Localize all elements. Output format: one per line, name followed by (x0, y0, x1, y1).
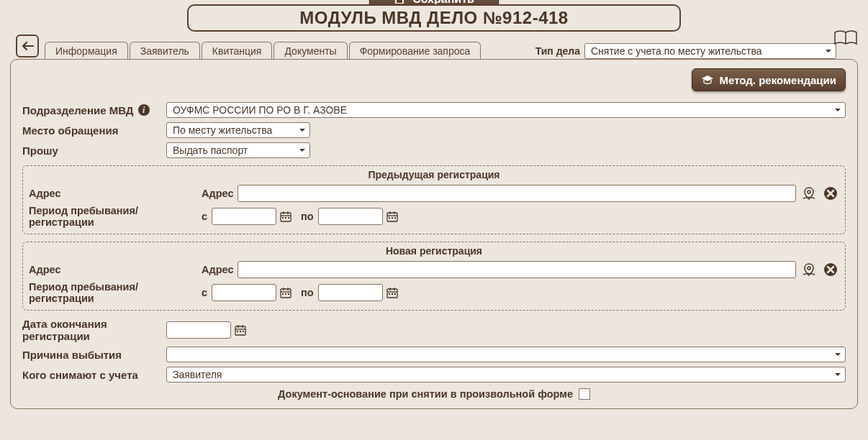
svg-rect-41 (397, 0, 402, 3)
svg-rect-31 (392, 293, 393, 295)
info-icon[interactable]: i (138, 104, 150, 116)
case-type-select[interactable]: Снятие с учета по месту жительства (584, 43, 836, 59)
chevron-down-icon (298, 146, 307, 155)
chevron-down-icon (833, 350, 842, 359)
calendar-icon[interactable] (384, 208, 400, 224)
prev-period-label: Период пребывания/регистрации (29, 205, 202, 228)
chevron-down-icon (298, 126, 307, 134)
new-address-sublabel: Адрес (202, 264, 233, 275)
calendar-icon[interactable] (278, 285, 294, 301)
reason-select[interactable] (166, 347, 846, 362)
tab-request[interactable]: Формирование запроса (349, 42, 482, 59)
map-pin-icon[interactable] (800, 185, 818, 202)
from-label: с (202, 287, 207, 298)
place-select[interactable]: По месту жительства (166, 122, 310, 138)
arrow-left-icon (21, 41, 34, 51)
clear-icon[interactable] (822, 185, 839, 202)
chevron-down-icon (833, 106, 842, 114)
svg-rect-25 (288, 293, 289, 295)
svg-rect-38 (240, 331, 241, 332)
calendar-icon[interactable] (384, 285, 400, 301)
graduation-cap-icon (701, 75, 714, 85)
place-value: По месту жительства (173, 124, 272, 136)
request-value: Выдать паспорт (173, 145, 248, 156)
new-to-input[interactable] (318, 284, 383, 301)
title-banner: МОДУЛЬ МВД ДЕЛО №912-418 (187, 4, 681, 32)
tab-receipt[interactable]: Квитанция (202, 42, 273, 59)
reason-label: Причина выбытия (22, 349, 166, 361)
who-removed-value: Заявителя (173, 369, 222, 380)
svg-rect-24 (285, 293, 286, 295)
calendar-icon[interactable] (232, 322, 248, 338)
from-label: с (202, 211, 207, 222)
svg-rect-37 (237, 331, 238, 332)
tab-applicant[interactable]: Заявитель (130, 42, 200, 59)
prev-address-label: Адрес (29, 188, 202, 199)
prev-from-input[interactable] (212, 208, 276, 225)
prev-address-sublabel: Адрес (202, 188, 233, 199)
svg-rect-14 (389, 217, 390, 219)
back-button[interactable] (16, 35, 39, 58)
svg-rect-39 (243, 331, 244, 332)
new-period-label: Период пребывания/регистрации (29, 281, 202, 304)
svg-point-1 (808, 191, 810, 193)
chevron-down-icon (833, 370, 842, 379)
to-label: по (301, 287, 314, 298)
case-type-value: Снятие с учета по месту жительства (591, 45, 762, 57)
new-address-label: Адрес (29, 264, 202, 275)
division-value: ОУФМС РОССИИ ПО РО В Г. АЗОВЕ (173, 104, 347, 116)
tab-info[interactable]: Информация (45, 42, 128, 59)
calendar-icon[interactable] (278, 208, 294, 224)
svg-rect-32 (394, 293, 396, 295)
map-pin-icon[interactable] (800, 261, 818, 278)
end-date-input[interactable] (166, 321, 231, 339)
svg-rect-8 (285, 217, 286, 219)
prev-to-input[interactable] (318, 208, 383, 225)
svg-rect-23 (282, 293, 284, 295)
chevron-down-icon (824, 47, 833, 55)
svg-rect-15 (392, 217, 393, 219)
division-label: Подразделение МВД (22, 104, 134, 116)
division-select[interactable]: ОУФМС РОССИИ ПО РО В Г. АЗОВЕ (166, 102, 846, 118)
new-registration-block: Новая регистрация Адрес Адрес Период пре… (22, 242, 846, 311)
prev-registration-block: Предыдущая регистрация Адрес Адрес Перио… (22, 165, 846, 234)
new-from-input[interactable] (212, 284, 276, 301)
request-select[interactable]: Выдать паспорт (166, 142, 310, 158)
book-icon[interactable] (833, 30, 858, 48)
end-date-label: Дата окончания регистрации (22, 318, 166, 342)
who-removed-label: Кого снимают с учета (22, 369, 166, 381)
tab-documents[interactable]: Документы (273, 42, 347, 59)
main-panel: Метод. рекомендации Подразделение МВД i … (10, 59, 858, 409)
svg-rect-9 (288, 217, 289, 219)
window-title: МОДУЛЬ МВД ДЕЛО №912-418 (299, 8, 568, 28)
new-reg-title: Новая регистрация (29, 245, 839, 257)
doc-basis-checkbox[interactable] (579, 388, 590, 400)
place-label: Место обращения (22, 124, 166, 137)
svg-rect-30 (389, 293, 390, 295)
method-recommendations-button[interactable]: Метод. рекомендации (692, 68, 846, 91)
prev-reg-title: Предыдущая регистрация (29, 169, 839, 180)
clear-icon[interactable] (822, 261, 839, 278)
request-label: Прошу (22, 145, 166, 157)
case-type-label: Тип дела (535, 45, 580, 57)
svg-rect-16 (394, 217, 396, 219)
doc-basis-label: Документ-основание при снятии в произвол… (278, 388, 573, 400)
prev-address-input[interactable] (238, 185, 796, 202)
new-address-input[interactable] (238, 261, 796, 278)
tabs: Информация Заявитель Квитанция Документы… (45, 42, 481, 59)
method-button-label: Метод. рекомендации (720, 74, 836, 86)
svg-point-17 (808, 267, 810, 270)
to-label: по (301, 211, 314, 222)
svg-rect-7 (282, 217, 284, 219)
who-removed-select[interactable]: Заявителя (166, 367, 846, 382)
